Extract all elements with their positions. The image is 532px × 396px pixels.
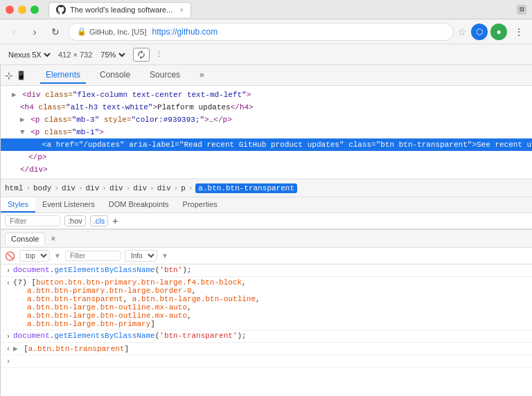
tree-line-3[interactable]: ▶ <p class="mb-3" style="color:#939393;"…	[1, 114, 532, 126]
console-info-arrow: ▼	[161, 252, 168, 260]
styles-tab-styles[interactable]: Styles	[1, 197, 35, 213]
crumb-div-5[interactable]: div	[157, 184, 171, 192]
rotate-button[interactable]	[133, 48, 150, 62]
back-button[interactable]: ‹	[6, 24, 22, 40]
traffic-lights	[6, 6, 39, 14]
console-code-4: ▶ [a.btn.btn-transparent]	[13, 344, 129, 353]
address-bar: ‹ › ↻ 🔒 GitHub, Inc. [US] https://github…	[0, 19, 532, 44]
bookmark-icon[interactable]: ☆	[458, 26, 467, 37]
console-tab[interactable]: Console	[5, 233, 45, 245]
emulation-more-button[interactable]: ⋮	[155, 50, 163, 59]
crumb-div-3[interactable]: div	[109, 184, 123, 192]
tree-line-1[interactable]: ▶ <div class="flex-column text-center te…	[1, 89, 532, 101]
minimize-window-button[interactable]	[18, 6, 26, 14]
extension-buttons: ⬡ ●	[471, 24, 507, 40]
console-toolbar: Console ×	[1, 230, 532, 248]
html-tree: ▶ <div class="flex-column text-center te…	[1, 86, 532, 179]
crumb-div-4[interactable]: div	[133, 184, 147, 192]
zoom-select[interactable]: 75%	[98, 50, 127, 60]
address-input[interactable]: 🔒 GitHub, Inc. [US] https://github.com	[68, 23, 454, 41]
expand-arrow-2: ▶	[20, 116, 25, 124]
tab-title: The world's leading software...	[70, 6, 172, 14]
console-code-2: (7) [button.btn.btn-primary.btn-large.f4…	[13, 278, 260, 328]
device-select[interactable]: Nexus 5X	[6, 50, 53, 60]
expand-arrow: ▶	[12, 91, 17, 99]
console-arrow-left-2: ‹	[6, 345, 10, 353]
console-info-select[interactable]: Info	[125, 250, 157, 262]
breadcrumb-bar: html › body › div › div › div › div › di…	[1, 179, 532, 197]
tree-line-2[interactable]: <h4 class="alt-h3 text-white">Platform u…	[1, 101, 532, 114]
more-menu-button[interactable]: ⋮	[511, 24, 526, 40]
main-area: + Platform updates	[0, 65, 532, 396]
hover-pseudo-filter[interactable]: :hov	[64, 215, 86, 226]
crumb-p[interactable]: p	[181, 184, 186, 192]
console-arrow-right-1: ›	[6, 267, 10, 275]
tree-line-7[interactable]: </div>	[1, 163, 532, 176]
console-filter-arrow: ▼	[54, 252, 61, 260]
console-section: Console × 🚫 top ▼ Info ▼ ⚙ ›	[1, 230, 532, 396]
viewport-size: 412 × 732	[58, 51, 92, 59]
add-style-button[interactable]: +	[112, 215, 118, 226]
tree-line-5-selected[interactable]: <a href="/updates" aria-label="Read rece…	[1, 138, 532, 151]
console-arrow-right-2: ›	[6, 333, 10, 341]
tab-sources[interactable]: Sources	[144, 67, 186, 84]
forward-button[interactable]: ›	[26, 24, 43, 40]
lock-icon: 🔒	[77, 27, 87, 36]
window-controls: ⊡	[517, 5, 526, 15]
company-name: GitHub, Inc. [US]	[89, 28, 147, 36]
tab-more[interactable]: »	[194, 67, 210, 84]
crumb-a-active[interactable]: a.btn.btn-transparent	[195, 183, 297, 193]
github-favicon	[56, 5, 66, 15]
console-entry-3: › document.getElementsByClassName('btn-t…	[1, 330, 532, 343]
console-entry-1: › document.getElementsByClassName('btn')…	[1, 264, 532, 277]
extension-button-2[interactable]: ●	[490, 24, 507, 40]
styles-filter-bar: :hov .cls + position 0	[1, 213, 532, 229]
console-filter-input[interactable]	[65, 251, 121, 261]
restore-button[interactable]: ⊡	[517, 5, 526, 15]
console-toolbar-row: 🚫 top ▼ Info ▼ ⚙	[1, 248, 532, 264]
tab-bar: The world's leading software... ×	[48, 2, 513, 17]
rotate-icon	[136, 50, 146, 60]
styles-tab-dom-breakpoints[interactable]: DOM Breakpoints	[102, 197, 176, 213]
crumb-div-1[interactable]: div	[62, 184, 76, 192]
tree-line-4[interactable]: ▼ <p class="mb-1">	[1, 126, 532, 138]
expand-arrow-output[interactable]: ▶	[13, 345, 18, 353]
device-toolbar-icon[interactable]: 📱	[16, 71, 26, 80]
tab-close-button[interactable]: ×	[179, 6, 184, 14]
console-body: › document.getElementsByClassName('btn')…	[1, 264, 532, 396]
styles-filter-input[interactable]	[5, 215, 60, 226]
reload-button[interactable]: ↻	[47, 24, 64, 40]
styles-tab-event-listeners[interactable]: Event Listeners	[35, 197, 102, 213]
title-bar: The world's leading software... × ⊡	[0, 0, 532, 19]
tab-console[interactable]: Console	[94, 67, 136, 84]
console-stop-icon[interactable]: 🚫	[5, 251, 15, 261]
url-text: https://github.com	[152, 27, 218, 37]
console-close-button[interactable]: ×	[51, 234, 55, 244]
styles-tab-properties[interactable]: Properties	[176, 197, 224, 213]
crumb-body[interactable]: body	[33, 184, 51, 192]
tree-line-6[interactable]: </p>	[1, 151, 532, 163]
console-prompt-arrow: ›	[6, 358, 10, 366]
styles-tabs: Styles Event Listeners DOM Breakpoints P…	[1, 197, 532, 213]
console-prompt: ›	[1, 355, 532, 368]
console-input-line[interactable]	[13, 357, 18, 365]
cls-filter[interactable]: .cls	[90, 215, 109, 226]
crumb-div-2[interactable]: div	[85, 184, 99, 192]
console-code-3: document.getElementsByClassName('btn-tra…	[13, 332, 247, 340]
console-code-1: document.getElementsByClassName('btn');	[13, 266, 191, 274]
emulation-bar: Nexus 5X 412 × 732 75% ⋮	[0, 44, 532, 65]
devtools-tabs: ⊹ 📱 Elements Console Sources » ⋮ ×	[1, 65, 532, 86]
browser-tab[interactable]: The world's leading software... ×	[48, 2, 191, 17]
expand-arrow-3: ▼	[20, 128, 25, 136]
inspect-element-icon[interactable]: ⊹	[5, 70, 13, 81]
close-window-button[interactable]	[6, 6, 14, 14]
tab-elements[interactable]: Elements	[40, 67, 86, 84]
crumb-html[interactable]: html	[5, 184, 23, 192]
console-entry-2: ‹ (7) [button.btn.btn-primary.btn-large.…	[1, 277, 532, 330]
extension-button-1[interactable]: ⬡	[471, 24, 488, 40]
console-level-select[interactable]: top	[19, 250, 50, 262]
console-arrow-left-1: ‹	[6, 280, 10, 287]
maximize-window-button[interactable]	[30, 6, 39, 14]
styles-panel: Styles Event Listeners DOM Breakpoints P…	[1, 197, 532, 230]
devtools-inspector-icons: ⊹ 📱	[5, 70, 26, 81]
